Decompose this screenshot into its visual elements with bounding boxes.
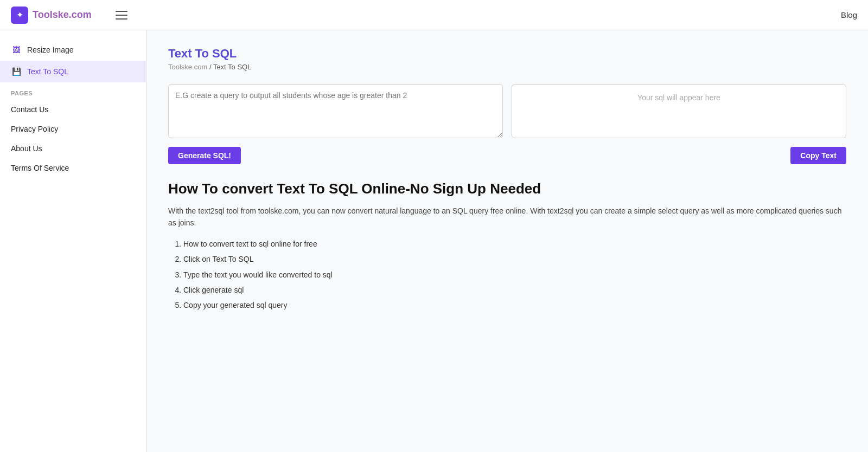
resize-image-icon: 🖼	[11, 44, 22, 55]
sql-output: Your sql will appear here	[512, 84, 846, 138]
list-item: Click on Text To SQL	[183, 253, 846, 265]
brand-name: Toolske.com	[33, 9, 92, 21]
article-description: With the text2sql tool from toolske.com,…	[168, 205, 846, 229]
button-row: Generate SQL! Copy Text	[168, 147, 846, 164]
sidebar-item-label-resize-image: Resize Image	[27, 46, 74, 54]
generate-sql-button[interactable]: Generate SQL!	[168, 147, 241, 164]
list-item: Click generate sql	[183, 284, 846, 296]
list-item: How to convert text to sql online for fr…	[183, 238, 846, 250]
sidebar-item-about-us[interactable]: About Us	[0, 139, 146, 158]
page-title: Text To SQL	[168, 47, 846, 61]
brand-logo-link[interactable]: ✦ Toolske.com	[11, 7, 92, 24]
sidebar-item-label-text-to-sql: Text To SQL	[27, 67, 68, 76]
pages-section-label: PAGES	[0, 82, 146, 100]
list-item: Copy your generated sql query	[183, 299, 846, 311]
sidebar-item-contact-us[interactable]: Contact Us	[0, 100, 146, 119]
sidebar-item-text-to-sql[interactable]: 💾 Text To SQL	[0, 61, 146, 82]
list-item: Type the text you would like converted t…	[183, 269, 846, 281]
page-header: Text To SQL Toolske.com / Text To SQL	[168, 47, 846, 71]
text-to-sql-icon: 💾	[11, 66, 22, 77]
breadcrumb-separator: /	[209, 63, 213, 71]
steps-list: How to convert text to sql online for fr…	[168, 238, 846, 312]
main-content: Text To SQL Toolske.com / Text To SQL Yo…	[146, 30, 868, 452]
sidebar-item-resize-image[interactable]: 🖼 Resize Image	[0, 39, 146, 61]
navbar: ✦ Toolske.com Blog	[0, 0, 868, 30]
sidebar-item-privacy-policy[interactable]: Privacy Policy	[0, 119, 146, 139]
sql-output-placeholder: Your sql will appear here	[637, 93, 720, 102]
sidebar: 🖼 Resize Image 💾 Text To SQL PAGES Conta…	[0, 30, 146, 452]
breadcrumb-home[interactable]: Toolske.com	[168, 63, 207, 71]
hamburger-line-1	[116, 11, 127, 12]
logo-icon: ✦	[11, 7, 28, 24]
hamburger-button[interactable]	[113, 9, 130, 22]
breadcrumb: Toolske.com / Text To SQL	[168, 63, 846, 71]
article: How To convert Text To SQL Online-No Sig…	[168, 180, 846, 312]
hamburger-line-2	[116, 15, 127, 16]
hamburger-line-3	[116, 18, 127, 20]
tool-row: Your sql will appear here	[168, 84, 846, 138]
sql-input[interactable]	[168, 84, 503, 138]
layout: 🖼 Resize Image 💾 Text To SQL PAGES Conta…	[0, 30, 868, 452]
blog-link[interactable]: Blog	[841, 10, 857, 20]
article-title: How To convert Text To SQL Online-No Sig…	[168, 180, 846, 197]
breadcrumb-current: Text To SQL	[213, 63, 252, 71]
sidebar-item-terms-of-service[interactable]: Terms Of Service	[0, 158, 146, 178]
copy-text-button[interactable]: Copy Text	[790, 147, 846, 164]
